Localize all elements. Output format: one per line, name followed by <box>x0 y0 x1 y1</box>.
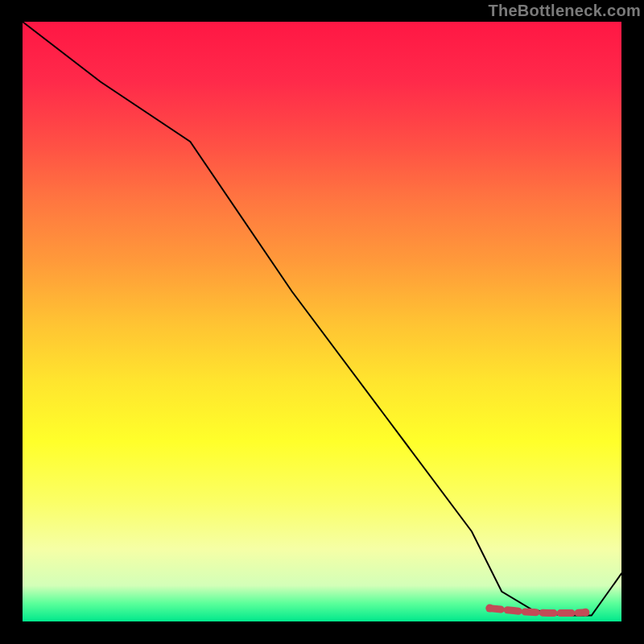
chart-container: TheBottleneck.com <box>0 0 644 644</box>
chart-marker-dot <box>581 609 589 617</box>
chart-line <box>23 22 621 616</box>
watermark-text: TheBottleneck.com <box>488 2 641 20</box>
chart-markers-worm <box>489 609 585 613</box>
chart-marker-dot <box>485 605 493 613</box>
chart-svg <box>0 0 644 644</box>
